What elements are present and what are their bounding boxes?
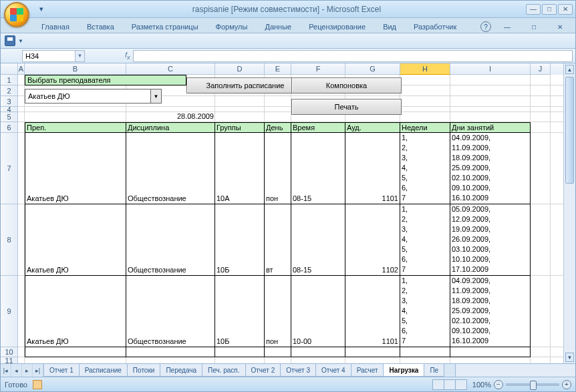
row-header[interactable]: 5 xyxy=(1,112,18,122)
scroll-down-icon[interactable]: ▼ xyxy=(565,353,574,362)
row-header[interactable]: 8 xyxy=(1,204,18,276)
table-cell[interactable]: 05.09.2009, 12.09.2009, 19.09.2009, 26.0… xyxy=(450,204,531,276)
column-header[interactable]: B xyxy=(25,63,126,75)
ribbon-tab[interactable]: Разработчик xyxy=(405,20,465,33)
table-cell[interactable]: 10Б xyxy=(215,204,265,276)
help-icon[interactable]: ? xyxy=(480,21,491,32)
table-cell[interactable]: 10-00 xyxy=(291,276,345,347)
sheet-tab[interactable]: Передача xyxy=(160,364,202,377)
table-cell[interactable]: Обществознание xyxy=(126,204,215,276)
table-cell[interactable]: 1, 2, 3, 4, 5, 6, 7 xyxy=(400,133,450,204)
sheet-tab[interactable]: Печ. расп. xyxy=(202,364,246,377)
row-header[interactable]: 11 xyxy=(1,357,18,363)
view-normal-icon[interactable] xyxy=(432,379,444,390)
ribbon-tab[interactable]: Вставка xyxy=(78,20,123,33)
table-cell[interactable]: Акатьев ДЮ xyxy=(25,133,126,204)
name-box-dropdown-icon[interactable]: ▼ xyxy=(76,50,85,62)
horizontal-scrollbar[interactable] xyxy=(455,364,575,377)
table-cell[interactable] xyxy=(450,347,531,357)
qat-dropdown-icon[interactable]: ▼ xyxy=(18,38,23,44)
column-header[interactable]: D xyxy=(215,63,265,75)
sheet-tab[interactable]: Отчет 1 xyxy=(44,364,80,377)
row-header[interactable]: 1 xyxy=(1,75,18,85)
table-cell[interactable]: 10Б xyxy=(215,276,265,347)
tab-nav-next-icon[interactable]: ▸ xyxy=(22,364,33,377)
view-layout-icon[interactable] xyxy=(444,379,456,390)
column-header[interactable]: E xyxy=(265,63,291,75)
table-cell[interactable]: Акатьев ДЮ xyxy=(25,276,126,347)
ribbon-tab[interactable]: Рецензирование xyxy=(300,20,374,33)
sheet-tab[interactable]: Пе xyxy=(424,364,444,377)
table-cell[interactable]: Обществознание xyxy=(126,276,215,347)
tab-nav-first-icon[interactable]: |◂ xyxy=(1,364,11,377)
table-cell[interactable]: 04.09.2009, 11.09.2009, 18.09.2009, 25.0… xyxy=(450,133,531,204)
ribbon-tab[interactable]: Вид xyxy=(374,20,405,33)
minimize-button[interactable]: — xyxy=(526,4,541,15)
scroll-thumb[interactable] xyxy=(565,77,574,184)
sheet-tab[interactable]: Отчет 3 xyxy=(280,364,316,377)
name-box[interactable]: H34 xyxy=(22,50,76,62)
ribbon-tab[interactable]: Разметка страницы xyxy=(123,20,207,33)
view-pagebreak-icon[interactable] xyxy=(455,379,467,390)
close-button[interactable]: ✕ xyxy=(558,4,573,15)
tab-nav-prev-icon[interactable]: ◂ xyxy=(11,364,22,377)
ribbon-close-icon[interactable]: ✕ xyxy=(549,21,571,33)
sheet-tab[interactable]: Отчет 4 xyxy=(315,364,351,377)
qat-dropdown-icon[interactable]: ▾ xyxy=(35,3,47,15)
column-header[interactable]: J xyxy=(531,63,551,75)
table-cell[interactable] xyxy=(265,347,291,357)
fx-icon[interactable]: fx xyxy=(125,51,130,61)
office-button[interactable] xyxy=(4,2,29,27)
zoom-out-icon[interactable]: − xyxy=(494,380,503,389)
table-cell[interactable] xyxy=(126,347,215,357)
table-cell[interactable]: 10А xyxy=(215,133,265,204)
table-cell[interactable] xyxy=(25,347,126,357)
sheet-tab[interactable]: Расчет xyxy=(351,364,384,377)
column-header[interactable]: I xyxy=(450,63,531,75)
ribbon-minimize-icon[interactable]: — xyxy=(495,21,519,33)
table-cell[interactable]: 1102 xyxy=(345,204,400,276)
table-cell[interactable]: вт xyxy=(265,204,291,276)
table-cell[interactable]: 1101 xyxy=(345,133,400,204)
select-all-corner[interactable] xyxy=(1,63,18,75)
column-header[interactable]: H xyxy=(400,63,450,75)
row-header[interactable]: 6 xyxy=(1,122,18,133)
table-cell[interactable] xyxy=(345,347,400,357)
ribbon-tab[interactable]: Главная xyxy=(33,20,78,33)
column-header[interactable]: A xyxy=(18,63,25,75)
save-icon[interactable] xyxy=(5,35,15,46)
vertical-scrollbar[interactable]: ▲ ▼ xyxy=(563,63,575,363)
row-header[interactable]: 7 xyxy=(1,133,18,204)
zoom-level[interactable]: 100% xyxy=(472,381,491,389)
worksheet-grid[interactable]: ABCDEFGHIJ 1234567891011 Выбрать препода… xyxy=(1,63,575,363)
teacher-dropdown[interactable]: Акатьев ДЮ▼ xyxy=(25,89,162,104)
scroll-up-icon[interactable]: ▲ xyxy=(565,65,574,74)
sheet-tab[interactable]: Отчет 2 xyxy=(245,364,281,377)
ribbon-tab[interactable]: Данные xyxy=(256,20,300,33)
row-header[interactable]: 9 xyxy=(1,276,18,347)
table-cell[interactable]: Обществознание xyxy=(126,133,215,204)
macro-icon[interactable] xyxy=(33,380,42,389)
table-cell[interactable]: 04.09.2009, 11.09.2009, 18.09.2009, 25.0… xyxy=(450,276,531,347)
table-cell[interactable]: 1101 xyxy=(345,276,400,347)
table-cell[interactable]: 08-15 xyxy=(291,133,345,204)
column-header[interactable]: C xyxy=(126,63,215,75)
table-cell[interactable] xyxy=(291,347,345,357)
column-header[interactable]: G xyxy=(345,63,400,75)
sheet-tab[interactable]: Расписание xyxy=(79,364,128,377)
table-cell[interactable]: Акатьев ДЮ xyxy=(25,204,126,276)
ribbon-tab[interactable]: Формулы xyxy=(207,20,257,33)
column-header[interactable]: F xyxy=(291,63,345,75)
layout-button[interactable]: Компоновка xyxy=(291,77,402,93)
sheet-tab[interactable]: Потоки xyxy=(127,364,161,377)
table-cell[interactable] xyxy=(215,347,265,357)
zoom-in-icon[interactable]: + xyxy=(562,380,571,389)
sheet-tab[interactable]: Нагрузка xyxy=(383,364,424,377)
table-cell[interactable]: 1, 2, 3, 4, 5, 6, 7 xyxy=(400,204,450,276)
ribbon-restore-icon[interactable]: □ xyxy=(523,21,545,33)
row-header[interactable]: 10 xyxy=(1,347,18,357)
formula-bar[interactable] xyxy=(133,50,573,62)
row-header[interactable]: 2 xyxy=(1,85,18,96)
maximize-button[interactable]: □ xyxy=(542,4,557,15)
zoom-slider[interactable] xyxy=(506,383,559,386)
